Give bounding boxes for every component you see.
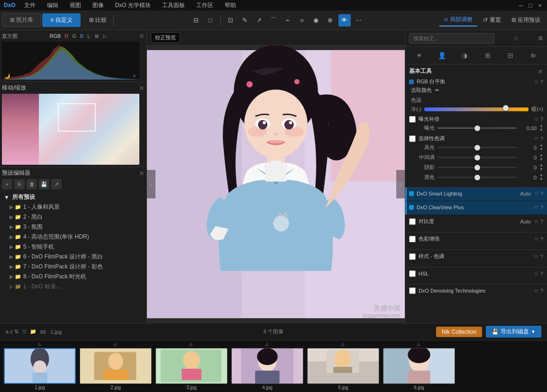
preset-folder-0[interactable]: ▶ 📁 1 - 人像和风景 (2, 202, 145, 212)
menu-optics[interactable]: DxO 光学模块 (112, 0, 154, 10)
exposure-up[interactable]: ▲ (539, 124, 543, 128)
preset-folder-8[interactable]: ▶ 📁 1 - DxO 标准... (2, 282, 145, 292)
style-tone-star[interactable]: ☆ (534, 253, 538, 259)
preset-save-btn[interactable]: 💾 (39, 179, 49, 189)
preset-add-btn[interactable]: + (2, 179, 12, 189)
film-item-2[interactable]: ⚠ 3.jpg (155, 342, 228, 390)
heal-tool[interactable]: ⌁ (282, 14, 294, 27)
preset-all[interactable]: ▼ 所有预设 (2, 192, 145, 202)
denoising-checkbox[interactable] (409, 287, 416, 294)
canvas-nav-left[interactable]: ‹ (147, 170, 155, 198)
black-thumb[interactable] (474, 175, 480, 180)
histogram-close[interactable]: ✕ (139, 32, 145, 40)
eyedrop-icon[interactable]: ✒ (435, 87, 440, 94)
preset-folder-2[interactable]: ▶ 📁 3 - 氛围 (2, 222, 145, 232)
color-icon-btn[interactable]: ◑ (458, 49, 471, 62)
selective-tone-question[interactable]: ? (540, 136, 543, 142)
menu-image[interactable]: 图像 (90, 0, 107, 10)
color-temp-slider[interactable] (424, 107, 529, 111)
compare-button[interactable]: ⊞ 比较 (85, 14, 110, 26)
reset-tab[interactable]: ↺ 重置 (478, 14, 505, 26)
menu-view[interactable]: 视图 (67, 0, 84, 10)
menu-edit[interactable]: 编辑 (44, 0, 61, 10)
export-button[interactable]: 💾 导出到磁盘 ▼ (486, 326, 541, 338)
view-tool[interactable]: 👁 (338, 14, 351, 27)
smart-lighting-star[interactable]: ☆ (534, 190, 538, 196)
menu-file[interactable]: 文件 (21, 0, 38, 10)
shadow-thumb[interactable] (474, 165, 480, 170)
clearview-star[interactable]: ☆ (534, 204, 538, 210)
midtone-slider[interactable] (438, 157, 517, 158)
hist-b-btn[interactable]: B (80, 33, 83, 39)
menu-help[interactable]: 帮助 (222, 0, 239, 10)
straighten-tool[interactable]: ✎ (239, 14, 251, 27)
selective-tone-checkbox[interactable] (409, 135, 416, 142)
search-star-icon[interactable]: ☆ (514, 35, 519, 42)
contrast-question[interactable]: ? (540, 219, 543, 224)
hist-l-btn[interactable]: L (87, 33, 90, 39)
contrast-star[interactable]: ☆ (534, 218, 538, 224)
person-icon-btn[interactable]: 👤 (435, 49, 448, 62)
clone-tool[interactable]: ⌾ (296, 14, 308, 27)
preset-folder-1[interactable]: ▶ 📁 2 - 黑白 (2, 212, 145, 222)
midtone-thumb[interactable] (474, 155, 480, 160)
shadow-up[interactable]: ▲ (539, 163, 543, 167)
selective-tone-star[interactable]: ☆ (534, 135, 538, 142)
hist-r-btn[interactable]: R (64, 33, 68, 39)
exposure-checkbox[interactable] (409, 116, 416, 123)
denoising-question[interactable]: ? (540, 288, 543, 294)
redeye-tool[interactable]: ◉ (310, 14, 322, 27)
highlight-thumb[interactable] (474, 145, 480, 151)
exposure-slider[interactable] (438, 127, 517, 129)
search-input[interactable] (409, 33, 494, 44)
crop-tool[interactable]: ⊡ (225, 14, 237, 27)
film-item-3[interactable]: ⚠ 4.jpg (231, 342, 303, 390)
layout-split-btn[interactable]: ⊟ (190, 14, 202, 27)
nik-collection-button[interactable]: Nik Collection (436, 327, 482, 337)
denoising-star[interactable]: ☆ (534, 288, 538, 294)
contrast-checkbox[interactable] (409, 218, 416, 225)
filter-button[interactable]: ▽ (22, 329, 26, 335)
hist-rgb-btn[interactable]: RGB (50, 33, 61, 39)
detail-icon-btn[interactable]: ⊞ (481, 49, 494, 62)
highlight-slider[interactable] (438, 147, 517, 148)
black-slider[interactable] (438, 177, 517, 178)
color-boost-question[interactable]: ? (540, 236, 543, 242)
preset-folder-7[interactable]: ▶ 📁 8 - DxO FilmPack 时光机 (2, 272, 145, 282)
minimize-button[interactable]: ─ (518, 2, 524, 9)
color-temp-thumb[interactable] (503, 105, 509, 111)
preset-folder-4[interactable]: ▶ 📁 5 - 智能手机 (2, 242, 145, 252)
presets-close[interactable]: ✕ (139, 169, 145, 177)
exposure-down[interactable]: ▼ (539, 128, 543, 132)
wb-question[interactable]: ? (540, 79, 543, 85)
search-settings-icon[interactable]: ⚙ (538, 35, 543, 42)
basic-tools-close[interactable]: ✕ (538, 68, 543, 75)
canvas-nav-right[interactable]: › (396, 170, 405, 198)
navigator-close[interactable]: ✕ (139, 84, 145, 92)
hsl-star[interactable]: ☆ (534, 271, 538, 277)
black-up[interactable]: ▲ (539, 173, 543, 177)
preset-delete-btn[interactable]: 🗑 (27, 179, 37, 189)
film-item-1[interactable]: ⚠ 2.jpg (80, 342, 152, 390)
hist-g-btn[interactable]: G (72, 33, 76, 39)
film-item-4[interactable]: ⚠ 5.jpg (307, 342, 379, 390)
hist-monitor-icon[interactable]: 🖥 (94, 33, 99, 39)
export-dropdown-arrow[interactable]: ▼ (531, 329, 536, 334)
geometry-icon-btn[interactable]: ⊟ (504, 49, 517, 62)
sort-button[interactable]: a z ⇅ (6, 329, 18, 335)
midtone-down[interactable]: ▼ (539, 158, 543, 161)
fx-icon-btn[interactable]: fx (527, 49, 540, 62)
film-item-5[interactable]: ⚠ 6.jpg (383, 342, 455, 390)
local-adjust-tab[interactable]: ⊙ 局部调整 (439, 14, 477, 27)
style-tone-question[interactable]: ? (540, 254, 543, 259)
preset-folder-3[interactable]: ▶ 📁 4 - 高动态范围(单张 HDR) (2, 232, 145, 242)
highlight-up[interactable]: ▲ (539, 143, 543, 147)
menu-workspace[interactable]: 工作区 (193, 0, 216, 10)
highlight-down[interactable]: ▼ (539, 148, 543, 151)
horizon-tool[interactable]: ↗ (253, 14, 265, 27)
hsl-checkbox[interactable] (409, 270, 416, 277)
hist-play-icon[interactable]: ▷ (103, 33, 107, 39)
wb-star[interactable]: ☆ (534, 79, 538, 85)
apply-preset-tab[interactable]: ⊞ 应用预设 (507, 14, 545, 26)
shadow-down[interactable]: ▼ (539, 168, 543, 171)
